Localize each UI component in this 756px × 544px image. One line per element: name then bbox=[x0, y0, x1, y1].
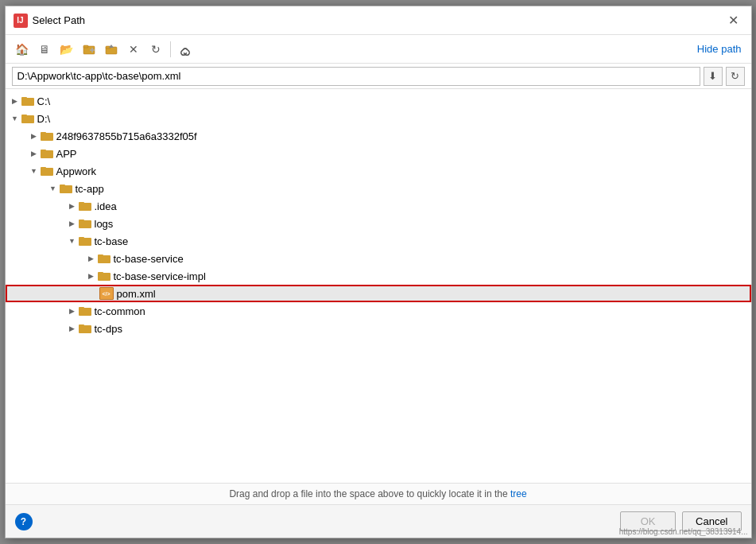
path-refresh-button[interactable]: ↻ bbox=[726, 67, 745, 86]
folder-icon bbox=[98, 270, 110, 282]
expand-arrow-c[interactable]: ▶ bbox=[9, 95, 21, 107]
item-label: tc-common bbox=[95, 305, 145, 317]
svg-rect-16 bbox=[41, 167, 46, 169]
tree-item[interactable]: ▼ tc-app bbox=[6, 180, 751, 197]
svg-rect-20 bbox=[79, 202, 84, 204]
expand-arrow[interactable]: ▶ bbox=[85, 270, 98, 282]
hint-text-highlight: tree bbox=[510, 488, 527, 499]
folder-icon bbox=[98, 252, 110, 265]
folder-icon bbox=[79, 305, 91, 317]
open-folder-button[interactable]: 📂 bbox=[56, 39, 77, 60]
item-label: tc-base-service bbox=[114, 253, 184, 265]
folder-icon bbox=[21, 112, 34, 125]
expand-arrow[interactable]: ▶ bbox=[66, 305, 79, 317]
item-label: D:\ bbox=[37, 113, 51, 125]
item-label: .idea bbox=[95, 200, 117, 212]
folder-up-button[interactable] bbox=[101, 39, 122, 60]
tree-item[interactable]: ▼ D:\ bbox=[6, 110, 751, 127]
tree-item[interactable]: ▶ APP bbox=[6, 145, 751, 162]
hint-text-before: Drag and drop a file into the space abov… bbox=[229, 488, 510, 499]
folder-icon bbox=[79, 322, 91, 335]
item-label: C:\ bbox=[37, 95, 51, 107]
item-label: tc-base bbox=[95, 235, 129, 247]
expand-arrow-d[interactable]: ▼ bbox=[9, 112, 21, 125]
expand-arrow[interactable]: ▶ bbox=[66, 322, 79, 335]
item-label: APP bbox=[56, 148, 77, 160]
folder-icon bbox=[41, 165, 53, 177]
svg-rect-1 bbox=[83, 45, 88, 48]
path-bar: ⬇ ↻ bbox=[6, 64, 751, 89]
tree-item[interactable]: ▼ Appwork bbox=[6, 162, 751, 180]
tree-item[interactable]: ▶ 248f9637855b715a6a3332f05f bbox=[6, 127, 751, 145]
folder-icon bbox=[79, 235, 91, 247]
svg-rect-32 bbox=[79, 324, 84, 327]
title-bar: IJ Select Path ✕ bbox=[6, 6, 751, 35]
new-folder-button[interactable] bbox=[79, 39, 99, 60]
folder-icon bbox=[60, 182, 72, 195]
svg-rect-22 bbox=[79, 220, 84, 222]
item-label: Appwork bbox=[56, 165, 97, 177]
svg-rect-24 bbox=[79, 237, 84, 239]
expand-arrow[interactable]: ▶ bbox=[66, 200, 79, 212]
hide-path-button[interactable]: Hide path bbox=[694, 41, 745, 56]
path-download-button[interactable]: ⬇ bbox=[704, 67, 723, 86]
watermark: https://blog.csdn.net/qq_38313914... bbox=[619, 527, 748, 536]
expand-arrow[interactable]: ▼ bbox=[47, 182, 60, 195]
path-input[interactable] bbox=[12, 67, 700, 86]
expand-arrow[interactable]: ▼ bbox=[28, 165, 41, 177]
folder-icon bbox=[21, 95, 34, 107]
desktop-button[interactable]: 🖥 bbox=[34, 39, 55, 60]
folder-icon bbox=[41, 147, 53, 160]
select-path-dialog: IJ Select Path ✕ 🏠 🖥 📂 ✕ ↻ bbox=[5, 6, 752, 538]
tree-item[interactable]: ▶ tc-dps bbox=[6, 320, 751, 337]
tree-panel[interactable]: ▶ C:\ ▼ D:\ ▶ 248f9637855b715 bbox=[6, 89, 751, 483]
svg-rect-10 bbox=[21, 115, 27, 117]
expand-arrow[interactable]: ▼ bbox=[66, 235, 79, 247]
folder-icon bbox=[79, 217, 91, 230]
tree-item[interactable]: ▶ tc-common bbox=[6, 302, 751, 320]
tree-item[interactable]: ▼ tc-base bbox=[6, 232, 751, 250]
svg-rect-8 bbox=[21, 97, 27, 99]
tree-item[interactable]: ▶ logs bbox=[6, 215, 751, 232]
folder-icon bbox=[41, 130, 53, 142]
drag-drop-hint: Drag and drop a file into the space abov… bbox=[6, 483, 751, 504]
link-button[interactable] bbox=[175, 39, 196, 60]
toolbar: 🏠 🖥 📂 ✕ ↻ Hide path bbox=[6, 35, 751, 64]
title-bar-left: IJ Select Path bbox=[14, 14, 86, 28]
tree-item[interactable]: ▶ tc-base-service bbox=[6, 250, 751, 267]
svg-rect-14 bbox=[41, 150, 46, 152]
home-button[interactable]: 🏠 bbox=[12, 39, 33, 60]
delete-button[interactable]: ✕ bbox=[123, 39, 144, 60]
expand-arrow[interactable]: ▶ bbox=[28, 147, 41, 160]
app-icon: IJ bbox=[14, 14, 28, 28]
toolbar-separator bbox=[170, 41, 171, 57]
item-label: logs bbox=[95, 218, 114, 230]
close-button[interactable]: ✕ bbox=[724, 11, 743, 30]
svg-rect-18 bbox=[60, 185, 65, 187]
item-label: tc-dps bbox=[95, 323, 122, 335]
expand-arrow[interactable]: ▶ bbox=[28, 130, 41, 142]
tree-item[interactable]: ▶ tc-base-service-impl bbox=[6, 267, 751, 285]
tree-item[interactable]: ▶ .idea bbox=[6, 197, 751, 215]
expand-arrow[interactable]: ▶ bbox=[66, 217, 79, 230]
svg-rect-12 bbox=[41, 132, 46, 134]
content-area: ▶ C:\ ▼ D:\ ▶ 248f9637855b715 bbox=[6, 89, 751, 483]
svg-rect-26 bbox=[98, 255, 103, 257]
item-label: tc-base-service-impl bbox=[114, 270, 206, 282]
expand-arrow[interactable]: ▶ bbox=[85, 252, 98, 265]
item-label: 248f9637855b715a6a3332f05f bbox=[56, 130, 197, 142]
item-label: tc-app bbox=[76, 183, 104, 195]
dialog-title: Select Path bbox=[33, 14, 86, 26]
refresh-button[interactable]: ↻ bbox=[145, 39, 166, 60]
tree-item[interactable]: ▶ C:\ bbox=[6, 92, 751, 110]
svg-rect-30 bbox=[79, 307, 84, 309]
help-button[interactable]: ? bbox=[15, 513, 33, 530]
svg-rect-28 bbox=[98, 272, 103, 274]
tree-item-pom-xml[interactable]: </> pom.xml bbox=[6, 285, 751, 302]
xml-file-icon: </> bbox=[99, 287, 114, 300]
item-label-pom-xml: pom.xml bbox=[117, 288, 156, 300]
folder-icon bbox=[79, 200, 91, 212]
